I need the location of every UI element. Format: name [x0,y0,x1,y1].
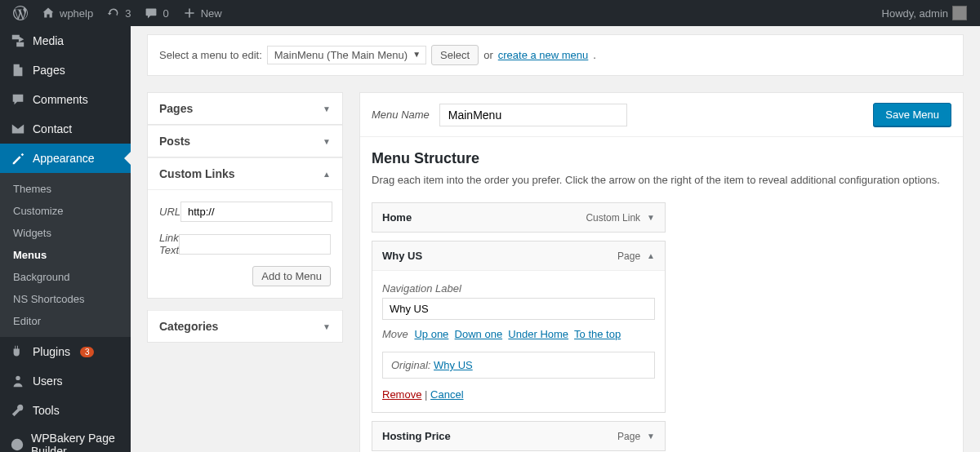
home-icon [41,6,56,20]
move-under-link[interactable]: Under Home [508,328,568,340]
sidebar-item-users[interactable]: Users [0,366,131,396]
sidebar-item-media[interactable]: Media [0,26,131,55]
main-content: Select a menu to edit: MainMenu (The Mai… [131,26,980,452]
structure-title: Menu Structure [372,150,951,167]
menu-item-title: Hosting Price [382,430,451,442]
save-menu-button[interactable]: Save Menu [873,103,951,126]
sidebar-item-wpbakery[interactable]: WPBakery Page Builder [0,425,131,452]
submenu-editor[interactable]: Editor [0,310,131,332]
menu-header: Menu Name Save Menu [360,93,963,137]
contact-icon [10,121,26,137]
menu-item-header[interactable]: Hosting Price Page▼ [372,422,665,450]
svg-point-0 [16,376,20,380]
move-top-link[interactable]: To the top [574,328,621,340]
admin-sidebar: Media Pages Comments Contact Appearance … [0,26,131,452]
wordpress-icon [13,6,28,20]
accordion-pages-header[interactable]: Pages▼ [148,93,342,124]
accordion-pages: Pages▼ [147,92,343,125]
sidebar-item-tools[interactable]: Tools [0,396,131,425]
plugins-badge: 3 [80,347,95,357]
new-label: New [201,7,222,20]
add-to-menu-button[interactable]: Add to Menu [252,266,331,286]
or-text: or [483,49,493,61]
appearance-submenu: Themes Customize Widgets Menus Backgroun… [0,173,131,337]
comments-link[interactable]: 0 [137,0,175,26]
avatar-icon [952,6,967,20]
caret-up-icon: ▲ [323,170,331,179]
menu-item-title: Why US [382,250,422,262]
sidebar-label: Appearance [33,152,95,165]
updates-link[interactable]: 3 [100,0,137,26]
caret-down-icon: ▼ [323,104,331,113]
menu-item-title: Home [382,211,412,224]
acc-title: Pages [159,102,193,115]
sidebar-item-comments[interactable]: Comments [0,85,131,114]
remove-link[interactable]: Remove [382,388,421,401]
menu-edit-panel: Menu Name Save Menu Menu Structure Drag … [359,92,964,452]
url-input[interactable] [180,202,332,222]
sidebar-label: Comments [33,93,88,106]
wp-logo[interactable] [7,0,34,26]
sidebar-item-plugins[interactable]: Plugins3 [0,337,131,366]
acc-title: Posts [159,135,190,148]
submenu-menus[interactable]: Menus [0,244,131,266]
menu-item-header[interactable]: Why US Page▲ [372,242,665,270]
accordion-custom-links-header[interactable]: Custom Links▲ [148,157,342,189]
structure-desc: Drag each item into the order you prefer… [372,174,951,186]
sidebar-item-contact[interactable]: Contact [0,114,131,144]
menu-select[interactable]: MainMenu (The Main Menu) [267,46,426,64]
comments-count: 0 [163,7,168,20]
svg-point-1 [11,439,23,450]
accordion-custom-links: Custom Links▲ URL Link Text Add to Menu [147,157,343,299]
create-menu-link[interactable]: create a new menu [498,49,589,61]
menu-item-home[interactable]: Home Custom Link▼ [372,202,666,233]
original-box: Original: Why US [382,352,655,379]
sidebar-item-pages[interactable]: Pages [0,55,131,85]
submenu-themes[interactable]: Themes [0,178,131,200]
sidebar-label: Users [33,374,63,388]
move-up-link[interactable]: Up one [414,328,448,340]
sidebar-label: WPBakery Page Builder [31,432,122,452]
select-button[interactable]: Select [431,45,479,65]
custom-links-body: URL Link Text Add to Menu [148,189,342,298]
accordion-categories-header[interactable]: Categories▼ [148,310,342,342]
link-text-input[interactable] [179,234,331,255]
cancel-link[interactable]: Cancel [430,388,463,401]
accordion-posts: Posts▼ [147,125,343,157]
new-link[interactable]: New [176,0,229,26]
remove-row: Remove | Cancel [382,388,655,401]
menu-item-header[interactable]: Home Custom Link▼ [372,203,665,232]
caret-up-icon: ▲ [647,251,655,260]
move-down-link[interactable]: Down one [455,328,503,340]
move-row: Move Up one Down one Under Home To the t… [382,328,655,340]
accordion-posts-header[interactable]: Posts▼ [148,125,342,157]
submenu-customize[interactable]: Customize [0,200,131,222]
menu-item-type: Page [617,250,640,262]
select-menu-label: Select a menu to edit: [159,49,262,61]
site-name-link[interactable]: wphelp [34,0,100,26]
accordion-categories: Categories▼ [147,310,343,343]
plus-icon [182,6,197,20]
comment-icon [144,6,158,20]
sidebar-item-appearance[interactable]: Appearance [0,144,131,173]
site-name: wphelp [60,7,93,20]
move-label: Move [382,328,408,340]
howdy-text: Howdy, admin [882,7,948,20]
media-icon [10,33,26,49]
howdy-link[interactable]: Howdy, admin [875,0,973,26]
nav-label: Navigation Label [382,282,655,295]
menu-item-why-us[interactable]: Why US Page▲ Navigation Label Move Up on… [372,241,666,413]
submenu-background[interactable]: Background [0,266,131,288]
nav-label-input[interactable] [382,298,655,320]
users-icon [10,373,26,389]
menu-structure: Menu Structure Drag each item into the o… [360,137,963,452]
menu-name-input[interactable] [439,104,627,126]
original-link[interactable]: Why US [434,359,473,371]
submenu-ns-shortcodes[interactable]: NS Shortcodes [0,288,131,310]
menu-item-hosting-price[interactable]: Hosting Price Page▼ [372,421,666,451]
refresh-icon [106,6,121,20]
plugins-icon [10,343,26,360]
caret-down-icon: ▼ [323,137,331,146]
submenu-widgets[interactable]: Widgets [0,222,131,244]
select-menu-bar: Select a menu to edit: MainMenu (The Mai… [147,34,964,76]
